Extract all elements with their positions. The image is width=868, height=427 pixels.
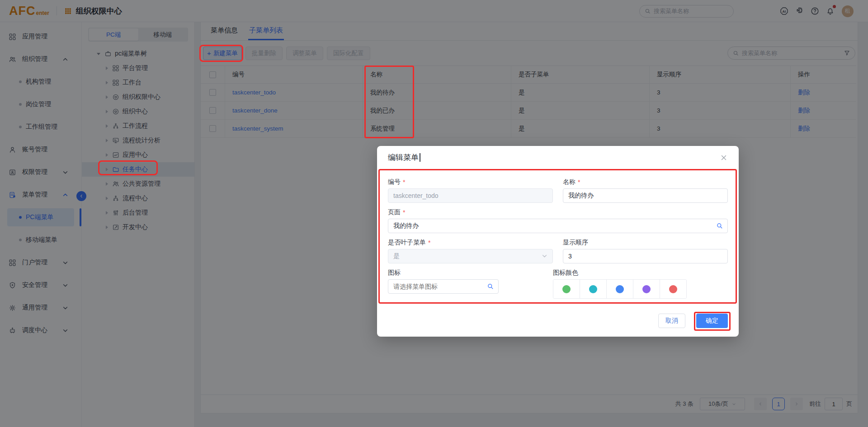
text-cursor — [420, 153, 420, 162]
close-icon[interactable] — [720, 154, 728, 162]
color-swatch-blue[interactable] — [607, 280, 633, 298]
required-asterisk: * — [578, 178, 580, 186]
color-dot — [669, 285, 677, 293]
dialog-form: 编号* 名称* 页面* — [377, 169, 739, 299]
required-asterisk: * — [428, 239, 430, 246]
order-field-input[interactable] — [563, 249, 728, 263]
required-asterisk: * — [403, 178, 405, 186]
icon-field-input[interactable] — [388, 279, 499, 294]
color-dot — [642, 285, 651, 293]
page-field-label: 页面* — [388, 208, 728, 217]
color-swatch-teal[interactable] — [580, 280, 607, 298]
code-field-label: 编号* — [388, 178, 553, 187]
icon-field-label: 图标 — [388, 268, 499, 277]
color-swatch-purple[interactable] — [633, 280, 660, 298]
icon-color-swatches — [553, 279, 687, 299]
code-field-input[interactable] — [388, 188, 553, 203]
leaf-field-label: 是否叶子菜单* — [388, 238, 553, 247]
leaf-field-select[interactable] — [388, 249, 553, 263]
edit-menu-dialog: 编辑菜单 编号* 名称* 页面* — [377, 146, 739, 337]
dialog-title: 编辑菜单 — [388, 152, 419, 163]
color-swatch-green[interactable] — [553, 280, 580, 298]
page-field-input[interactable] — [388, 219, 728, 233]
chevron-down-icon — [541, 252, 548, 260]
dialog-footer: 取消 确定 — [658, 314, 728, 328]
color-swatch-red[interactable] — [660, 280, 686, 298]
required-asterisk: * — [403, 209, 405, 216]
search-icon[interactable] — [486, 282, 494, 290]
color-dot — [589, 285, 597, 293]
color-dot — [562, 285, 571, 293]
confirm-button[interactable]: 确定 — [696, 314, 728, 328]
name-field-label: 名称* — [563, 178, 728, 187]
cancel-button[interactable]: 取消 — [658, 314, 685, 328]
icon-color-label: 图标颜色 — [553, 268, 718, 277]
dialog-header: 编辑菜单 — [377, 146, 739, 169]
name-field-input[interactable] — [563, 188, 728, 203]
search-icon[interactable] — [716, 222, 723, 230]
color-dot — [616, 285, 624, 293]
order-field-label: 显示顺序 — [563, 238, 728, 247]
